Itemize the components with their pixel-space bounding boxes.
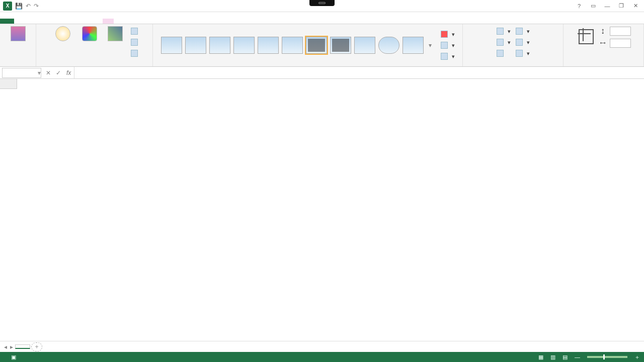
color-button[interactable] — [79, 26, 100, 42]
align-button[interactable]: ▾ — [516, 26, 530, 36]
picture-style-1[interactable] — [161, 37, 182, 54]
tab-formulas[interactable] — [47, 19, 58, 24]
fx-icon[interactable]: fx — [63, 69, 74, 76]
sheet-nav-first-icon[interactable]: ◂ — [4, 343, 7, 350]
maximize-icon[interactable]: ❐ — [615, 2, 628, 11]
enter-formula-icon[interactable]: ✓ — [53, 69, 63, 76]
group-size-label — [568, 64, 639, 65]
picture-style-5[interactable] — [258, 37, 279, 54]
tab-review[interactable] — [69, 19, 80, 24]
minimize-icon[interactable]: — — [601, 2, 614, 11]
send-backward-button[interactable]: ▾ — [497, 37, 511, 47]
picture-style-11[interactable] — [403, 37, 424, 54]
height-input[interactable] — [610, 27, 631, 36]
statusbar: ▣ ▦ ▥ ▤ — ＋ — [0, 352, 644, 362]
formula-input[interactable] — [74, 67, 644, 78]
view-page-icon[interactable]: ▥ — [550, 354, 555, 360]
tab-view[interactable] — [80, 19, 92, 24]
qat-undo-icon[interactable]: ↶ — [26, 3, 31, 10]
ribbon-tabs — [0, 12, 644, 24]
sheet-tab-sheet1[interactable] — [15, 344, 30, 349]
change-picture-button[interactable] — [131, 37, 140, 47]
picture-style-9[interactable] — [354, 37, 375, 54]
styles-more-icon[interactable]: ▾ — [427, 42, 434, 49]
reset-picture-button[interactable] — [131, 48, 140, 58]
hint-key — [318, 2, 326, 4]
remove-background-button[interactable] — [3, 26, 33, 42]
name-box[interactable]: ▾ — [2, 68, 41, 78]
formula-bar: ▾ ✕ ✓ fx — [0, 67, 644, 79]
tab-data[interactable] — [58, 19, 69, 24]
sheet-nav-last-icon[interactable]: ▸ — [10, 343, 13, 350]
picture-style-8[interactable] — [330, 37, 351, 54]
width-icon: ⭤ — [600, 40, 606, 46]
selection-pane-button[interactable] — [497, 48, 511, 58]
zoom-out-icon[interactable]: — — [575, 354, 580, 360]
grid-body[interactable] — [17, 89, 644, 341]
fullscreen-hint — [309, 0, 335, 6]
picture-style-7[interactable] — [306, 37, 327, 54]
close-icon[interactable]: ✕ — [629, 2, 642, 11]
signin-link[interactable] — [632, 19, 644, 24]
compress-pictures-button[interactable] — [131, 26, 140, 36]
bring-forward-button[interactable]: ▾ — [497, 26, 511, 36]
picture-border-button[interactable]: ▾ — [441, 29, 455, 39]
tab-insert[interactable] — [25, 19, 36, 24]
sheet-area[interactable] — [0, 79, 644, 341]
rotate-button[interactable]: ▾ — [516, 48, 530, 58]
ribbon: ▾ ▾ ▾ ▾ ▾ ▾ ▾ ▾ ▾ — [0, 24, 644, 67]
view-normal-icon[interactable]: ▦ — [538, 354, 543, 360]
picture-style-4[interactable] — [233, 37, 255, 54]
view-break-icon[interactable]: ▤ — [562, 354, 568, 360]
width-input[interactable] — [610, 39, 631, 48]
tab-format[interactable] — [103, 19, 114, 24]
add-sheet-button[interactable]: ＋ — [31, 342, 42, 351]
macro-record-icon[interactable]: ▣ — [11, 354, 16, 360]
group-styles-label — [157, 64, 458, 65]
tab-page-layout[interactable] — [36, 19, 47, 24]
picture-style-10[interactable] — [378, 37, 399, 54]
zoom-in-icon[interactable]: ＋ — [634, 353, 640, 361]
tab-home[interactable] — [14, 19, 25, 24]
artistic-effects-button[interactable] — [103, 26, 128, 42]
height-icon: ⭥ — [600, 28, 606, 34]
tab-developer[interactable] — [92, 19, 103, 24]
qat-redo-icon[interactable]: ↷ — [34, 3, 39, 10]
ribbon-toggle-icon[interactable]: ▭ — [587, 2, 600, 11]
picture-layout-button[interactable]: ▾ — [441, 51, 455, 61]
picture-effects-button[interactable]: ▾ — [441, 40, 455, 50]
crop-button[interactable] — [576, 29, 596, 45]
group-adjust-label — [40, 64, 148, 65]
excel-icon: X — [3, 2, 12, 11]
qat-save-icon[interactable]: 💾 — [15, 3, 23, 10]
picture-style-3[interactable] — [209, 37, 230, 54]
help-icon[interactable]: ? — [573, 2, 586, 11]
select-all-corner[interactable] — [0, 79, 17, 89]
group-objects-button[interactable]: ▾ — [516, 37, 530, 47]
tab-file[interactable] — [0, 19, 14, 24]
picture-style-6[interactable] — [282, 37, 303, 54]
picture-style-2[interactable] — [185, 37, 206, 54]
column-headers — [17, 79, 644, 89]
corrections-button[interactable] — [49, 26, 76, 42]
cancel-formula-icon[interactable]: ✕ — [43, 69, 53, 76]
group-arrange-label — [467, 64, 559, 65]
zoom-slider[interactable] — [587, 356, 627, 358]
sheet-tab-bar: ◂ ▸ ＋ — [0, 341, 644, 352]
